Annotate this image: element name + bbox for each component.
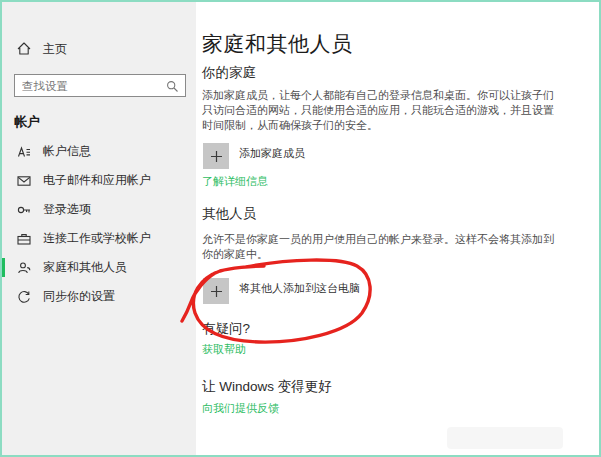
add-someone-else-button[interactable]: 将其他人添加到这台电脑 (203, 278, 360, 304)
feedback-heading: 让 Windows 变得更好 (202, 378, 332, 396)
learn-more-link[interactable]: 了解详细信息 (202, 174, 268, 189)
sync-icon (16, 289, 32, 305)
get-help-link[interactable]: 获取帮助 (202, 342, 246, 357)
account-info-icon (16, 144, 32, 160)
other-people-description: 允许不是你家庭一员的用户使用自己的帐户来登录。这样不会将其添加到你的家庭中。 (202, 232, 564, 262)
sidebar-item-work-school[interactable]: 连接工作或学校帐户 (2, 224, 196, 253)
people-icon (16, 260, 32, 276)
sidebar-item-label: 同步你的设置 (43, 288, 115, 305)
page-title: 家庭和其他人员 (202, 30, 353, 58)
sidebar-item-label: 电子邮件和应用帐户 (43, 172, 151, 189)
add-family-member-label: 添加家庭成员 (239, 146, 305, 161)
add-family-member-button[interactable]: 添加家庭成员 (203, 143, 305, 169)
sidebar-item-email-accounts[interactable]: 电子邮件和应用帐户 (2, 166, 196, 195)
sidebar-nav: 帐户信息 电子邮件和应用帐户 登录选项 连接工作或学校帐户 (2, 137, 196, 311)
sidebar-item-label: 连接工作或学校帐户 (43, 230, 151, 247)
plus-icon (203, 278, 229, 304)
add-someone-else-label: 将其他人添加到这台电脑 (239, 281, 360, 296)
your-family-heading: 你的家庭 (202, 64, 256, 82)
sidebar-item-label: 帐户信息 (43, 143, 91, 160)
search-icon (166, 79, 179, 97)
sidebar-item-label: 登录选项 (43, 201, 91, 218)
sidebar-item-sync-settings[interactable]: 同步你的设置 (2, 282, 196, 311)
sidebar: 主页 帐户 帐户信息 电子邮件和应用帐户 (2, 2, 196, 455)
plus-icon (203, 143, 229, 169)
other-people-heading: 其他人员 (202, 205, 256, 223)
key-icon (16, 202, 32, 218)
your-family-description: 添加家庭成员，让每个人都能有自己的登录信息和桌面。你可以让孩子们只访问合适的网站… (202, 88, 564, 133)
search-box (14, 74, 186, 97)
main-content: 家庭和其他人员 你的家庭 添加家庭成员，让每个人都能有自己的登录信息和桌面。你可… (196, 2, 599, 455)
screenshot-artifact (447, 427, 563, 449)
search-input[interactable] (22, 75, 162, 96)
briefcase-icon (16, 231, 32, 247)
give-feedback-link[interactable]: 向我们提供反馈 (202, 401, 279, 416)
sidebar-section-heading: 帐户 (14, 113, 196, 131)
sidebar-item-signin-options[interactable]: 登录选项 (2, 195, 196, 224)
question-heading: 有疑问? (202, 320, 250, 338)
sidebar-item-family-other-people[interactable]: 家庭和其他人员 (2, 253, 196, 282)
sidebar-item-home[interactable]: 主页 (2, 36, 196, 62)
settings-window: 设置 主页 帐户 (0, 0, 601, 457)
sidebar-item-label: 家庭和其他人员 (43, 259, 127, 276)
home-icon (16, 41, 32, 57)
email-icon (16, 173, 32, 189)
selection-indicator (2, 258, 5, 277)
home-label: 主页 (43, 41, 67, 58)
sidebar-item-account-info[interactable]: 帐户信息 (2, 137, 196, 166)
